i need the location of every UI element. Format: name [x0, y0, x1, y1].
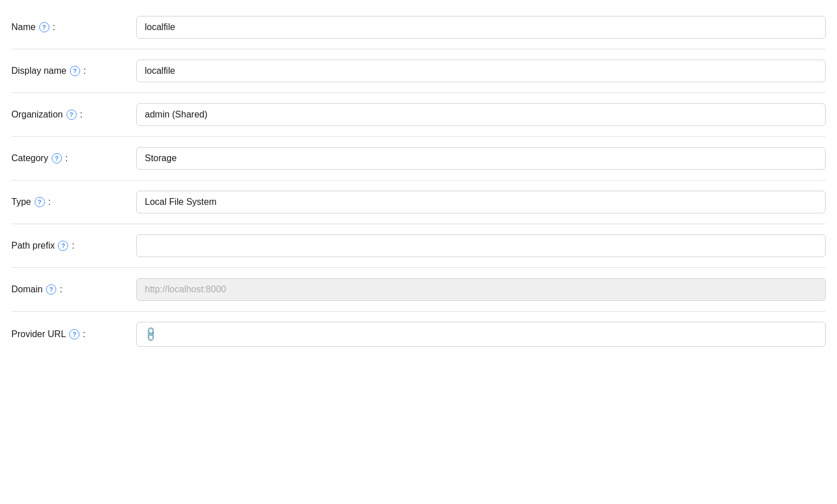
input-path_prefix[interactable]: [136, 234, 826, 257]
label-organization: Organization?:: [11, 110, 136, 120]
form-row-name: Name?:: [11, 6, 826, 49]
label-category: Category?:: [11, 153, 136, 163]
input-organization[interactable]: [136, 103, 826, 126]
label-colon-display_name: :: [83, 66, 86, 76]
label-path_prefix: Path prefix?:: [11, 241, 136, 251]
help-icon-provider_url[interactable]: ?: [69, 329, 79, 339]
label-colon-name: :: [53, 22, 55, 32]
form-row-domain: Domain?:: [11, 268, 826, 312]
field-organization: [136, 103, 826, 126]
label-display_name: Display name?:: [11, 66, 136, 76]
help-icon-name[interactable]: ?: [39, 22, 49, 32]
label-text-domain: Domain: [11, 284, 43, 295]
label-text-type: Type: [11, 197, 31, 207]
form-row-path_prefix: Path prefix?:: [11, 224, 826, 268]
label-name: Name?:: [11, 22, 136, 32]
field-type: [136, 191, 826, 213]
label-text-category: Category: [11, 153, 48, 163]
form-container: Name?:Display name?:Organization?:Catego…: [0, 0, 837, 368]
label-type: Type?:: [11, 197, 136, 207]
provider-url-box[interactable]: 🔗: [136, 322, 826, 347]
label-colon-path_prefix: :: [72, 241, 74, 251]
help-icon-path_prefix[interactable]: ?: [58, 241, 68, 251]
field-path_prefix: [136, 234, 826, 257]
field-name: [136, 16, 826, 39]
label-domain: Domain?:: [11, 284, 136, 295]
field-display_name: [136, 60, 826, 82]
input-name[interactable]: [136, 16, 826, 39]
field-provider_url: 🔗: [136, 322, 826, 347]
label-text-name: Name: [11, 22, 36, 32]
help-icon-display_name[interactable]: ?: [70, 66, 80, 76]
form-row-provider_url: Provider URL?:🔗: [11, 312, 826, 357]
label-text-provider_url: Provider URL: [11, 329, 66, 339]
label-colon-type: :: [48, 197, 51, 207]
label-colon-domain: :: [60, 284, 62, 295]
help-icon-organization[interactable]: ?: [66, 110, 77, 120]
help-icon-type[interactable]: ?: [35, 197, 45, 207]
help-icon-category[interactable]: ?: [52, 153, 62, 163]
form-row-display_name: Display name?:: [11, 49, 826, 93]
label-colon-organization: :: [80, 110, 82, 120]
form-row-type: Type?:: [11, 180, 826, 224]
input-domain: [136, 278, 826, 301]
input-type[interactable]: [136, 191, 826, 213]
field-domain: [136, 278, 826, 301]
link-icon: 🔗: [142, 325, 160, 343]
label-provider_url: Provider URL?:: [11, 329, 136, 339]
label-text-display_name: Display name: [11, 66, 66, 76]
help-icon-domain[interactable]: ?: [46, 284, 56, 295]
field-category: [136, 147, 826, 170]
input-category[interactable]: [136, 147, 826, 170]
label-colon-provider_url: :: [83, 329, 85, 339]
label-text-path_prefix: Path prefix: [11, 241, 55, 251]
input-display_name[interactable]: [136, 60, 826, 82]
form-row-category: Category?:: [11, 137, 826, 180]
form-row-organization: Organization?:: [11, 93, 826, 137]
label-colon-category: :: [65, 153, 68, 163]
label-text-organization: Organization: [11, 110, 63, 120]
